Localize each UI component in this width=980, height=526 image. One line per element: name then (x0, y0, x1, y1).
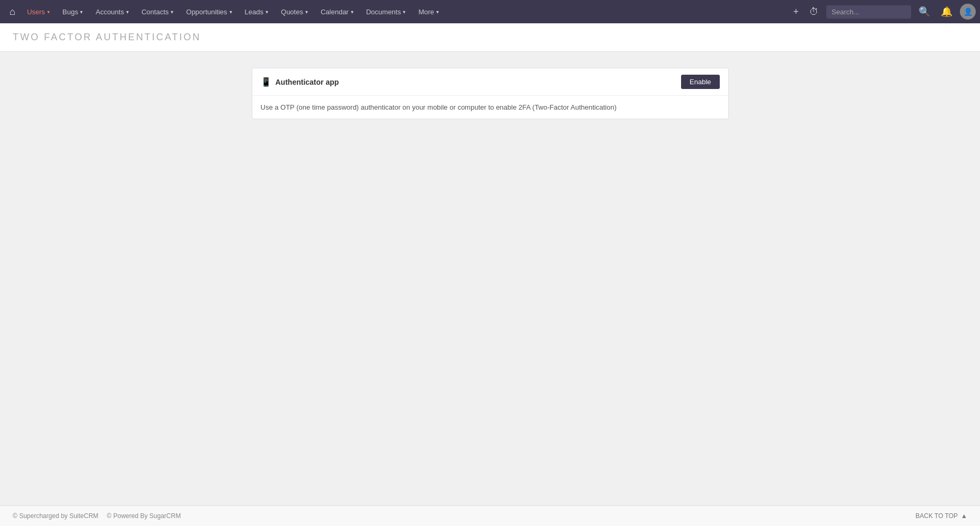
nav-item-leads[interactable]: Leads ▾ (239, 0, 275, 23)
footer: © Supercharged by SuiteCRM © Powered By … (0, 505, 980, 526)
nav-item-documents[interactable]: Documents ▾ (360, 0, 412, 23)
nav-right-actions: + ⏱ 🔍 🔔 👤 (790, 4, 976, 20)
navigation: ⌂ Users ▾ Bugs ▾ Accounts ▾ Contacts ▾ O… (0, 0, 980, 23)
authenticator-description: Use a OTP (one time password) authentica… (261, 103, 720, 111)
nav-item-quotes[interactable]: Quotes ▾ (275, 0, 314, 23)
chevron-down-icon: ▾ (266, 9, 268, 15)
chevron-up-icon: ▲ (961, 512, 967, 520)
search-icon[interactable]: 🔍 (915, 6, 933, 17)
chevron-down-icon: ▾ (47, 9, 50, 15)
authenticator-card: 📱 Authenticator app Enable Use a OTP (on… (252, 68, 729, 119)
nav-item-users[interactable]: Users ▾ (21, 0, 56, 23)
card-container: 📱 Authenticator app Enable Use a OTP (on… (252, 68, 729, 489)
footer-sugarcrm-text: © Powered By SugarCRM (107, 512, 181, 520)
user-avatar[interactable]: 👤 (960, 4, 976, 20)
chevron-down-icon: ▾ (80, 9, 83, 15)
add-button[interactable]: + (790, 6, 802, 17)
history-button[interactable]: ⏱ (806, 6, 822, 17)
chevron-down-icon: ▾ (171, 9, 173, 15)
chevron-down-icon: ▾ (403, 9, 405, 15)
chevron-down-icon: ▾ (351, 9, 354, 15)
chevron-down-icon: ▾ (436, 9, 439, 15)
authenticator-card-title: 📱 Authenticator app (261, 77, 339, 87)
nav-item-bugs[interactable]: Bugs ▾ (56, 0, 90, 23)
history-icon: ⏱ (809, 6, 819, 17)
authenticator-card-header: 📱 Authenticator app Enable (252, 68, 728, 96)
nav-item-more[interactable]: More ▾ (412, 0, 445, 23)
page-title-bar: TWO FACTOR AUTHENTICATION (0, 23, 980, 52)
enable-button[interactable]: Enable (681, 75, 719, 89)
main-content: 📱 Authenticator app Enable Use a OTP (on… (0, 52, 980, 505)
footer-suitecrm-text: © Supercharged by SuiteCRM (13, 512, 99, 520)
search-input[interactable] (826, 5, 911, 19)
authenticator-card-body: Use a OTP (one time password) authentica… (252, 96, 728, 119)
home-icon: ⌂ (10, 6, 15, 17)
back-to-top-button[interactable]: BACK TO TOP ▲ (915, 512, 967, 520)
footer-left: © Supercharged by SuiteCRM © Powered By … (13, 512, 181, 520)
nav-item-accounts[interactable]: Accounts ▾ (89, 0, 135, 23)
notifications-bell-icon[interactable]: 🔔 (938, 6, 956, 17)
nav-item-opportunities[interactable]: Opportunities ▾ (180, 0, 238, 23)
chevron-down-icon: ▾ (126, 9, 129, 15)
home-button[interactable]: ⌂ (4, 6, 21, 17)
chevron-down-icon: ▾ (305, 9, 308, 15)
nav-item-calendar[interactable]: Calendar ▾ (314, 0, 360, 23)
nav-item-contacts[interactable]: Contacts ▾ (135, 0, 180, 23)
page-title: TWO FACTOR AUTHENTICATION (13, 32, 967, 43)
chevron-down-icon: ▾ (229, 9, 232, 15)
phone-icon: 📱 (261, 77, 271, 87)
